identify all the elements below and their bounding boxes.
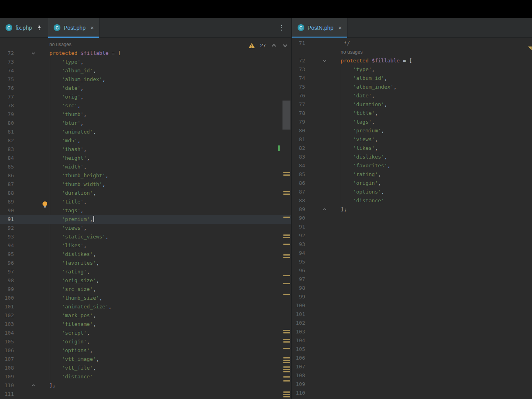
code-text[interactable]: 'type',: [328, 65, 375, 74]
line-number[interactable]: 82: [0, 136, 14, 145]
code-line[interactable]: 95: [292, 258, 532, 266]
line-number[interactable]: 83: [0, 145, 14, 154]
line-number[interactable]: 103: [0, 320, 14, 329]
code-text[interactable]: 'blur',: [37, 119, 83, 128]
code-line[interactable]: 103: [292, 327, 532, 336]
intention-bulb-icon[interactable]: [41, 201, 49, 210]
tab-postn-php[interactable]: C PostN.php ×: [292, 18, 348, 37]
code-text[interactable]: 'likes',: [328, 144, 378, 153]
line-number[interactable]: 81: [292, 135, 305, 144]
change-stripe-mark[interactable]: [283, 366, 290, 368]
code-line[interactable]: 97: [292, 275, 532, 284]
line-number[interactable]: 74: [292, 74, 305, 83]
code-line[interactable]: 76 'date',: [292, 91, 532, 100]
code-text[interactable]: 'date',: [37, 84, 83, 93]
code-line[interactable]: 78 'src',: [0, 101, 291, 110]
change-stripe-mark[interactable]: [283, 194, 290, 195]
change-stripe-mark[interactable]: [283, 394, 290, 395]
code-line[interactable]: 73 'type',: [0, 58, 291, 66]
code-text[interactable]: 'type',: [37, 58, 83, 66]
code-text[interactable]: 'likes',: [37, 241, 87, 250]
code-text[interactable]: protected $fillable = [: [37, 49, 121, 58]
line-number[interactable]: 80: [0, 119, 14, 128]
line-number[interactable]: 110: [0, 381, 14, 390]
next-warning-icon[interactable]: [282, 43, 288, 48]
line-number[interactable]: 73: [0, 58, 14, 66]
line-number[interactable]: 103: [292, 327, 305, 336]
code-line[interactable]: 83 'ihash',: [0, 145, 291, 154]
code-line[interactable]: 102: [292, 319, 532, 327]
close-icon[interactable]: ×: [338, 25, 342, 31]
code-line[interactable]: 77 'duration',: [292, 100, 532, 109]
code-line[interactable]: 90: [292, 214, 532, 223]
line-number[interactable]: 95: [0, 250, 14, 259]
code-line[interactable]: no usages: [292, 48, 532, 56]
code-line[interactable]: 107: [292, 362, 532, 371]
line-number[interactable]: 77: [292, 100, 305, 109]
line-number[interactable]: 78: [0, 101, 14, 110]
scrollbar-thumb[interactable]: [282, 101, 290, 130]
line-number[interactable]: 97: [292, 275, 305, 284]
fold-icon[interactable]: [14, 49, 37, 58]
code-text[interactable]: 'options',: [328, 188, 384, 196]
code-line[interactable]: 102 'mark_pos',: [0, 311, 291, 320]
code-line[interactable]: 79 'thumb',: [0, 110, 291, 119]
code-line[interactable]: 81 'animated',: [0, 128, 291, 136]
code-text[interactable]: 'distance': [328, 196, 384, 205]
line-number[interactable]: 83: [292, 153, 305, 161]
code-text[interactable]: 'script',: [37, 329, 90, 337]
change-stripe-mark[interactable]: [283, 339, 290, 340]
code-line[interactable]: 72 protected $fillable = [: [292, 56, 532, 65]
line-number[interactable]: 85: [0, 163, 14, 171]
code-line[interactable]: 82 'md5',: [0, 136, 291, 145]
code-text[interactable]: 'vtt_file',: [37, 364, 96, 372]
code-line[interactable]: 85 'rating',: [292, 170, 532, 179]
code-line[interactable]: 75 'album_index',: [0, 75, 291, 84]
code-line[interactable]: 104 'script',: [0, 329, 291, 337]
code-text[interactable]: 'src',: [37, 101, 81, 110]
code-line[interactable]: 101 'animated_size',: [0, 302, 291, 311]
code-line[interactable]: 72 protected $fillable = [: [0, 49, 291, 58]
code-line[interactable]: 100 'thumb_size',: [0, 294, 291, 302]
line-number[interactable]: 108: [0, 364, 14, 372]
code-text[interactable]: ];: [37, 381, 56, 390]
code-text[interactable]: 'origin',: [328, 179, 381, 188]
code-text[interactable]: 'favorites',: [328, 161, 391, 170]
line-number[interactable]: 102: [0, 311, 14, 320]
line-number[interactable]: 105: [0, 337, 14, 346]
line-number[interactable]: 108: [292, 371, 305, 380]
line-number[interactable]: 78: [292, 109, 305, 118]
code-text[interactable]: 'duration',: [37, 189, 96, 198]
code-line[interactable]: 101: [292, 310, 532, 319]
line-number[interactable]: 80: [292, 126, 305, 135]
code-line[interactable]: 88 'distance': [292, 196, 532, 205]
change-stripe-mark[interactable]: [283, 283, 290, 284]
fold-icon[interactable]: [305, 205, 328, 214]
line-number[interactable]: 109: [292, 380, 305, 389]
code-line[interactable]: 89 ];: [292, 205, 532, 214]
code-line[interactable]: 76 'date',: [0, 84, 291, 93]
inspections-widget[interactable]: 27: [248, 43, 288, 48]
line-number[interactable]: 106: [292, 354, 305, 362]
change-stripe-mark[interactable]: [283, 332, 290, 333]
code-line[interactable]: 99: [292, 292, 532, 301]
code-line[interactable]: 105 'origin',: [0, 337, 291, 346]
code-line[interactable]: 83 'dislikes',: [292, 153, 532, 161]
change-stripe-mark[interactable]: [283, 330, 290, 331]
code-text[interactable]: 'vtt_image',: [37, 355, 99, 364]
code-line[interactable]: 85 'width',: [0, 163, 291, 171]
line-number[interactable]: 92: [292, 231, 305, 240]
change-stripe-mark[interactable]: [283, 217, 290, 218]
code-line[interactable]: 97 'rating',: [0, 267, 291, 276]
code-text[interactable]: 'thumb_size',: [37, 294, 102, 302]
code-line[interactable]: 77 'orig',: [0, 93, 291, 101]
code-line[interactable]: 75 'album_index',: [292, 83, 532, 91]
line-number[interactable]: 109: [0, 372, 14, 381]
line-number[interactable]: [292, 48, 305, 56]
code-text[interactable]: */: [328, 39, 350, 48]
line-number[interactable]: [0, 40, 14, 49]
code-line[interactable]: 98: [292, 284, 532, 292]
line-number[interactable]: 95: [292, 258, 305, 266]
code-line[interactable]: 92: [292, 231, 532, 240]
change-stripe-mark[interactable]: [283, 360, 290, 361]
